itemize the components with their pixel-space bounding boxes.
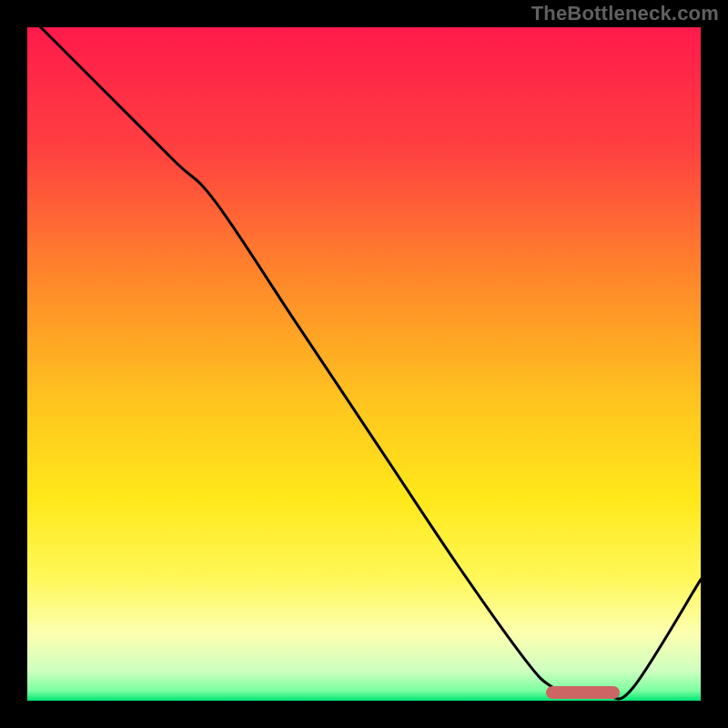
chart-svg [27, 27, 701, 701]
sweet-spot-marker [546, 686, 620, 700]
chart-background [27, 27, 701, 701]
plot-area [27, 27, 701, 701]
chart-stage: TheBottleneck.com [0, 0, 728, 728]
watermark-text: TheBottleneck.com [531, 2, 719, 25]
